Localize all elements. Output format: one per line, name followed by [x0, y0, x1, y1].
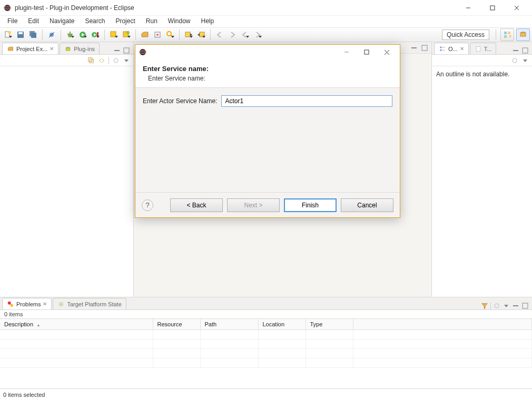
nav-back-drop-button[interactable] [239, 29, 251, 41]
table-row [0, 339, 532, 349]
tab-project-explorer[interactable]: Project Ex... ✕ [2, 43, 58, 54]
collapse-all-icon[interactable] [87, 57, 95, 64]
svg-rect-53 [440, 46, 442, 48]
open-plugin-artifact-button[interactable] [108, 29, 120, 41]
col-type[interactable]: Type [306, 319, 353, 330]
view-menu-icon[interactable] [521, 57, 529, 64]
finish-button[interactable]: Finish [284, 198, 337, 212]
maximize-view-icon[interactable] [123, 47, 130, 54]
col-resource[interactable]: Resource [153, 319, 200, 330]
search-button[interactable] [164, 29, 176, 41]
help-button[interactable]: ? [142, 199, 153, 211]
tab-target-platform[interactable]: Target Platform State [53, 298, 126, 309]
menu-navigate[interactable]: Navigate [44, 16, 80, 27]
debug-button[interactable] [64, 29, 76, 41]
plugin-dev-perspective-button[interactable] [516, 28, 530, 41]
focus-task-icon[interactable] [511, 57, 518, 64]
quick-access-field[interactable]: Quick Access [442, 29, 489, 40]
menubar: File Edit Navigate Search Project Run Wi… [0, 16, 532, 27]
next-button: Next > [227, 198, 280, 212]
tab-tasklist[interactable]: T... [470, 43, 497, 54]
menu-edit[interactable]: Edit [23, 16, 44, 27]
back-button[interactable]: < Back [170, 198, 223, 212]
svg-rect-44 [114, 50, 120, 51]
tab-label: T... [484, 46, 492, 52]
close-button[interactable] [505, 0, 529, 16]
run-button[interactable] [77, 29, 88, 41]
maximize-view-icon[interactable] [521, 47, 529, 54]
open-task-button[interactable] [152, 29, 163, 41]
svg-marker-31 [190, 33, 192, 36]
close-icon[interactable]: ✕ [43, 301, 47, 307]
nav-forward-button[interactable] [226, 29, 238, 41]
dialog-subtitle: Enter Service name: [148, 75, 392, 82]
svg-point-71 [140, 49, 146, 55]
menu-run[interactable]: Run [141, 16, 163, 27]
svg-point-27 [156, 34, 159, 36]
dialog-maximize-button[interactable] [357, 45, 377, 59]
problems-table[interactable]: Description▴ Resource Path Location Type [0, 319, 532, 368]
maximize-button[interactable] [480, 0, 505, 16]
tab-problems[interactable]: Problems ✕ [2, 298, 52, 309]
new-button[interactable] [2, 29, 14, 41]
problems-count: 0 items [0, 310, 532, 318]
svg-rect-38 [520, 33, 526, 36]
minimize-view-icon[interactable] [512, 302, 519, 309]
maximize-editor-icon[interactable] [421, 44, 428, 52]
next-annotation-button[interactable] [183, 29, 194, 41]
link-editor-icon[interactable] [98, 57, 105, 64]
close-icon[interactable]: ✕ [460, 46, 464, 52]
dialog-minimize-button[interactable] [337, 45, 357, 59]
minimize-editor-icon[interactable] [410, 44, 418, 52]
svg-rect-51 [411, 47, 417, 48]
tab-plugins[interactable]: Plug-ins [60, 43, 100, 54]
tab-label: Plug-ins [74, 46, 95, 52]
window-title: plugin-test - Plug-in Development - Ecli… [15, 4, 456, 12]
menu-file[interactable]: File [2, 16, 23, 27]
tab-label: Project Ex... [16, 46, 47, 52]
cancel-button[interactable]: Cancel [341, 198, 393, 212]
prev-annotation-button[interactable] [195, 29, 207, 41]
minimize-view-icon[interactable] [512, 47, 519, 54]
menu-project[interactable]: Project [110, 16, 140, 27]
col-location[interactable]: Location [258, 319, 306, 330]
new-wizard-button[interactable] [121, 29, 132, 41]
save-all-button[interactable] [27, 29, 39, 41]
filter-icon[interactable] [481, 302, 488, 309]
window-titlebar: plugin-test - Plug-in Development - Ecli… [0, 0, 532, 16]
svg-marker-61 [523, 59, 527, 62]
svg-line-17 [72, 34, 73, 35]
skip-breakpoints-button[interactable] [46, 29, 57, 41]
close-icon[interactable]: ✕ [50, 46, 54, 52]
svg-rect-39 [521, 32, 523, 33]
svg-rect-32 [200, 32, 204, 37]
actor-service-name-input[interactable] [221, 95, 392, 107]
svg-rect-42 [67, 47, 68, 48]
tab-outline[interactable]: O... ✕ [434, 43, 469, 54]
focus-task-icon[interactable] [493, 302, 500, 309]
focus-task-icon[interactable] [112, 57, 120, 64]
minimize-view-icon[interactable] [113, 47, 121, 54]
nav-back-button[interactable] [214, 29, 225, 41]
nav-forward-drop-button[interactable] [252, 29, 263, 41]
menu-help[interactable]: Help [196, 16, 220, 27]
col-path[interactable]: Path [200, 319, 258, 330]
open-type-button[interactable] [139, 29, 151, 41]
save-button[interactable] [15, 29, 26, 41]
maximize-view-icon[interactable] [521, 302, 529, 309]
menu-window[interactable]: Window [163, 16, 196, 27]
run-last-button[interactable] [90, 29, 101, 41]
open-perspective-button[interactable]: + [500, 28, 514, 41]
dialog-close-button[interactable] [377, 45, 397, 59]
svg-marker-66 [482, 304, 488, 309]
col-description[interactable]: Description▴ [0, 319, 153, 330]
svg-rect-34 [504, 32, 507, 34]
problems-icon [7, 301, 14, 308]
menu-search[interactable]: Search [80, 16, 110, 27]
svg-line-29 [171, 35, 173, 37]
view-menu-icon[interactable] [503, 302, 510, 309]
minimize-button[interactable] [456, 0, 480, 16]
svg-point-28 [167, 32, 171, 36]
eclipse-icon [139, 48, 147, 56]
view-menu-icon[interactable] [123, 57, 130, 64]
